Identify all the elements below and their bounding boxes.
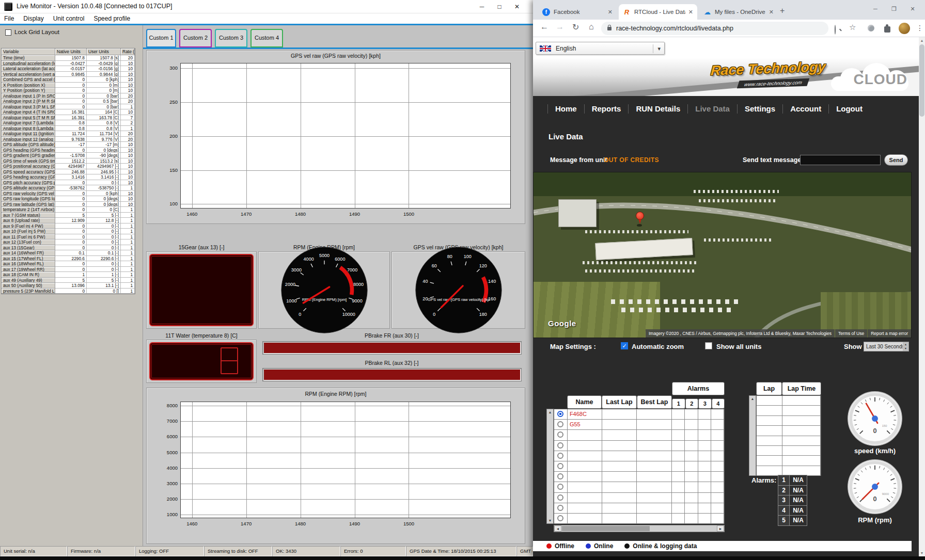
- map-satellite[interactable]: Google Imagery ©2020 , CNES / Airbus, Ge…: [533, 172, 912, 338]
- tab-custom-3[interactable]: Custom 3: [215, 29, 247, 47]
- variables-table[interactable]: VariableNative UnitsUser UnitsRate (HTim…: [1, 48, 135, 294]
- title-bar[interactable]: Live Monitor - Version 10.0.48 [Connecte…: [0, 0, 533, 13]
- unit-row[interactable]: G55: [554, 420, 724, 430]
- tab-close-icon[interactable]: ✕: [688, 9, 693, 15]
- table-row[interactable]: GPS time of week (GPS tim1512.21513.2 [s…: [2, 158, 135, 164]
- column-header[interactable]: Variable: [2, 49, 55, 55]
- unit-radio[interactable]: [557, 494, 563, 501]
- menu-file[interactable]: File: [4, 15, 14, 22]
- table-row[interactable]: aux 18 (CAM IN R)11 [-]1: [2, 272, 135, 278]
- avatar[interactable]: [899, 23, 910, 34]
- table-row[interactable]: aux 49 (Auxiliary 49)55 [-]1: [2, 278, 135, 283]
- table-row[interactable]: X Position (position X)00 [m]10: [2, 83, 135, 88]
- column-header-last-lap[interactable]: Last Lap: [602, 395, 637, 409]
- lock-grid-checkbox[interactable]: [5, 29, 11, 36]
- browser-close-icon[interactable]: ✕: [903, 0, 922, 18]
- table-row[interactable]: Analogue input 1 (P In SRO00 [bar]20: [2, 93, 135, 99]
- unit-row[interactable]: [554, 461, 724, 472]
- table-row[interactable]: Analogue input 4 (T IN SRO16.381164 [C]1…: [2, 109, 135, 115]
- text-message-input[interactable]: [800, 155, 881, 165]
- column-header-lap[interactable]: Lap: [756, 382, 782, 395]
- table-row[interactable]: GPS altitude (GPS altitude)-17-17 [m]10: [2, 142, 135, 148]
- scrollbar-thumb[interactable]: [919, 44, 924, 117]
- table-row[interactable]: Analogue input 3 (P M L SR00 [bar]1: [2, 104, 135, 110]
- table-vertical-scrollbar[interactable]: ▲▼: [546, 409, 554, 524]
- tab-custom-2[interactable]: Custom 2: [179, 29, 212, 47]
- nav-run-details[interactable]: RUN Details: [628, 104, 687, 114]
- send-button[interactable]: Send: [884, 154, 908, 166]
- table-row[interactable]: pressure 5 (23P Manifold L)00 []1: [2, 289, 135, 294]
- table-row[interactable]: temperature 2 (14T Airbox)00 [C]1: [2, 207, 135, 213]
- tab-close-icon[interactable]: ✕: [608, 9, 613, 15]
- column-header[interactable]: Rate (H: [121, 49, 135, 55]
- table-row[interactable]: GPS altitude accuracy (GPS-538762-538750…: [2, 185, 135, 191]
- column-header-best-lap[interactable]: Best Lap: [637, 395, 672, 409]
- column-header-lap-time[interactable]: Lap Time: [782, 382, 821, 395]
- table-horizontal-scrollbar[interactable]: ◄►: [554, 525, 725, 532]
- table-row[interactable]: GPS heading (GPS heading00 [degs]10: [2, 148, 135, 153]
- new-tab-button[interactable]: +: [780, 6, 785, 15]
- unit-radio[interactable]: [557, 505, 563, 511]
- table-row[interactable]: GPS positional accuracy (G42949674294967…: [2, 164, 135, 169]
- table-row[interactable]: Y Position (position Y)00 [m]10: [2, 88, 135, 93]
- show-period-dropdown[interactable]: Last 30 Seconds▴▾: [864, 342, 909, 351]
- unit-radio[interactable]: [557, 431, 563, 438]
- url-text[interactable]: race-technology.com/rtcloud/livedata.php: [616, 25, 733, 32]
- table-row[interactable]: aux 8 (Upload rate)12.90912.8 [-]1: [2, 218, 135, 223]
- extensions-puzzle-icon[interactable]: [884, 26, 890, 33]
- table-row[interactable]: Lateral acceleration (lat acc-0.0157-0.0…: [2, 66, 135, 72]
- close-icon[interactable]: ✕: [508, 0, 526, 13]
- table-row[interactable]: Analogue input 12 (analog 19.76389.776 […: [2, 137, 135, 142]
- minimize-icon[interactable]: ─: [473, 0, 491, 13]
- table-row[interactable]: aux 12 (13Fuel con)00 [-]1: [2, 239, 135, 245]
- unit-radio[interactable]: [557, 442, 563, 449]
- unit-row[interactable]: [554, 472, 724, 482]
- table-row[interactable]: Analogue input 2 (P M R SF00.5 [bar]20: [2, 99, 135, 104]
- unit-radio[interactable]: [557, 411, 563, 417]
- scroll-up-icon[interactable]: ▲: [919, 37, 925, 44]
- nav-live-data[interactable]: Live Data: [687, 104, 737, 114]
- table-row[interactable]: aux 16 (18Wheel RL)00 [-]1: [2, 261, 135, 267]
- scroll-up-icon[interactable]: ▲: [749, 397, 756, 401]
- column-header-name[interactable]: Name: [567, 395, 602, 409]
- unit-row[interactable]: [554, 503, 724, 514]
- lock-icon[interactable]: [607, 27, 612, 30]
- unit-row[interactable]: F468C: [554, 409, 724, 420]
- nav-home[interactable]: Home: [547, 104, 584, 114]
- unit-row[interactable]: [554, 430, 724, 440]
- unit-row[interactable]: [554, 441, 724, 451]
- unit-radio[interactable]: [557, 453, 563, 459]
- table-row[interactable]: aux 50 (Auxiliary 50)13.09613.1 [-]1: [2, 283, 135, 289]
- forward-icon[interactable]: →: [556, 22, 564, 31]
- tab-close-icon[interactable]: ✕: [769, 9, 774, 15]
- language-dropdown[interactable]: English ▾: [536, 42, 665, 55]
- table-row[interactable]: aux 9 (Fuel inj 4 PW)00 [-]1: [2, 223, 135, 229]
- table-row[interactable]: GPS raw latitude (GPS lat)00 [degs]10: [2, 202, 135, 207]
- table-row[interactable]: GPS pitch accuracy (GPS p00 [-]10: [2, 180, 135, 186]
- nav-reports[interactable]: Reports: [584, 104, 629, 114]
- maximize-icon[interactable]: □: [491, 0, 508, 13]
- table-row[interactable]: aux 15 (17Wheel FL)2290.62290.6 [-]1: [2, 256, 135, 262]
- table-row[interactable]: Combined GPS and accel (s00 [kph]10: [2, 77, 135, 83]
- unit-row[interactable]: [554, 514, 724, 524]
- scroll-down-icon[interactable]: ▼: [547, 519, 553, 522]
- unit-row[interactable]: [554, 451, 724, 461]
- table-row[interactable]: GPS speed accuracy (GPS246.88246.95 [-]1…: [2, 169, 135, 175]
- bookmark-star-icon[interactable]: ☆: [849, 23, 856, 32]
- browser-minimize-icon[interactable]: ─: [866, 0, 885, 18]
- scroll-up-icon[interactable]: ▲: [547, 410, 553, 414]
- table-row[interactable]: Time (time)1507.81507.8 [s]20: [2, 55, 135, 61]
- table-row[interactable]: GPS raw velocity (GPS vel00 [kph]10: [2, 191, 135, 197]
- nav-logout[interactable]: Logout: [828, 104, 870, 114]
- map-terms-link[interactable]: Terms of Use: [835, 329, 867, 338]
- table-row[interactable]: Analogue input 5 (T M R SR16.391163.78 […: [2, 115, 135, 121]
- tab-custom-4[interactable]: Custom 4: [250, 29, 283, 47]
- unit-radio[interactable]: [557, 484, 563, 490]
- unit-row[interactable]: [554, 493, 724, 503]
- table-row[interactable]: GPS raw longitude (GPS lor00 [degs]10: [2, 196, 135, 202]
- table-row[interactable]: Analogue input 8 (Lambda L0.80.8 [V]1: [2, 126, 135, 132]
- home-icon[interactable]: ⌂: [589, 22, 594, 31]
- nav-settings[interactable]: Settings: [737, 104, 782, 114]
- back-icon[interactable]: ←: [540, 22, 548, 31]
- browser-tab-3[interactable]: ☁My files - OneDrive✕: [699, 4, 778, 20]
